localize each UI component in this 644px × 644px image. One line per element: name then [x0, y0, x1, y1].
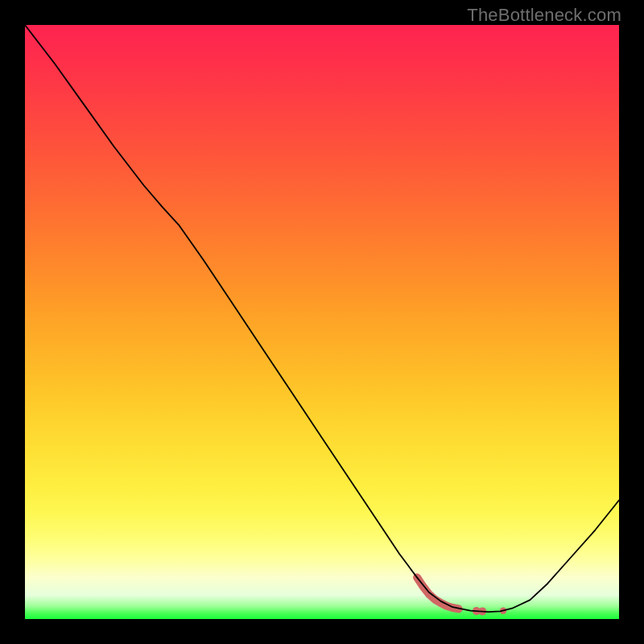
chart-container: TheBottleneck.com — [0, 0, 644, 644]
watermark-label: TheBottleneck.com — [467, 5, 621, 26]
plot-area — [25, 25, 619, 619]
chart-overlay — [25, 25, 619, 619]
bottleneck-curve — [25, 25, 619, 612]
